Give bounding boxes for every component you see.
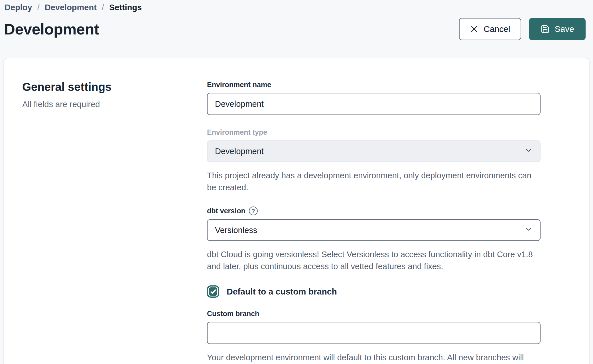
dbt-version-select[interactable]: Versionless xyxy=(207,219,541,241)
question-circle-icon[interactable]: ? xyxy=(249,206,258,215)
cancel-button[interactable]: Cancel xyxy=(459,18,521,40)
custom-branch-toggle-row: Default to a custom branch xyxy=(207,285,541,298)
custom-branch-toggle-label[interactable]: Default to a custom branch xyxy=(227,287,337,296)
dbt-version-field-group: dbt version ? Versionless dbt Cloud is g… xyxy=(207,206,541,272)
environment-name-input[interactable] xyxy=(207,93,541,115)
custom-branch-input[interactable] xyxy=(207,322,541,344)
dbt-version-value: Versionless xyxy=(215,226,257,235)
save-button-label: Save xyxy=(555,24,574,34)
section-intro: General settings All fields are required xyxy=(22,81,207,364)
custom-branch-helper-text: Your development environment will defaul… xyxy=(207,351,538,364)
checkmark-icon xyxy=(209,287,217,296)
environment-type-select: Development xyxy=(207,140,541,162)
breadcrumb-settings: Settings xyxy=(109,3,142,12)
custom-branch-field-group: Custom branch Your development environme… xyxy=(207,310,541,364)
general-settings-card: General settings All fields are required… xyxy=(3,58,590,364)
section-title: General settings xyxy=(22,81,207,93)
custom-branch-checkbox[interactable] xyxy=(207,285,219,298)
breadcrumb-separator: / xyxy=(102,3,104,12)
breadcrumb-development[interactable]: Development xyxy=(45,3,97,12)
dbt-version-helper-text: dbt Cloud is going versionless! Select V… xyxy=(207,248,538,272)
environment-type-helper-text: This project already has a development e… xyxy=(207,169,538,193)
breadcrumb-deploy[interactable]: Deploy xyxy=(5,3,32,12)
cancel-button-label: Cancel xyxy=(484,24,510,34)
section-subtitle: All fields are required xyxy=(22,100,207,109)
settings-form: Environment name Environment type Develo… xyxy=(207,81,541,364)
custom-branch-label: Custom branch xyxy=(207,310,541,318)
breadcrumb-separator: / xyxy=(37,3,40,12)
environment-type-field-group: Environment type Development This projec… xyxy=(207,128,541,193)
environment-type-value: Development xyxy=(215,147,264,156)
close-icon xyxy=(470,25,478,33)
header-actions: Cancel Save xyxy=(459,18,586,40)
environment-type-label: Environment type xyxy=(207,128,541,136)
environment-name-field-group: Environment name xyxy=(207,81,541,115)
page-header: Development Cancel Save xyxy=(0,18,593,40)
environment-name-label: Environment name xyxy=(207,81,541,89)
page-title: Development xyxy=(4,20,99,38)
chevron-down-icon xyxy=(525,146,533,156)
dbt-version-label-row: dbt version ? xyxy=(207,206,541,215)
chevron-down-icon xyxy=(525,225,533,235)
breadcrumb: Deploy / Development / Settings xyxy=(0,0,593,12)
save-button[interactable]: Save xyxy=(529,18,586,40)
dbt-version-label: dbt version xyxy=(207,207,245,215)
floppy-disk-icon xyxy=(541,24,550,34)
